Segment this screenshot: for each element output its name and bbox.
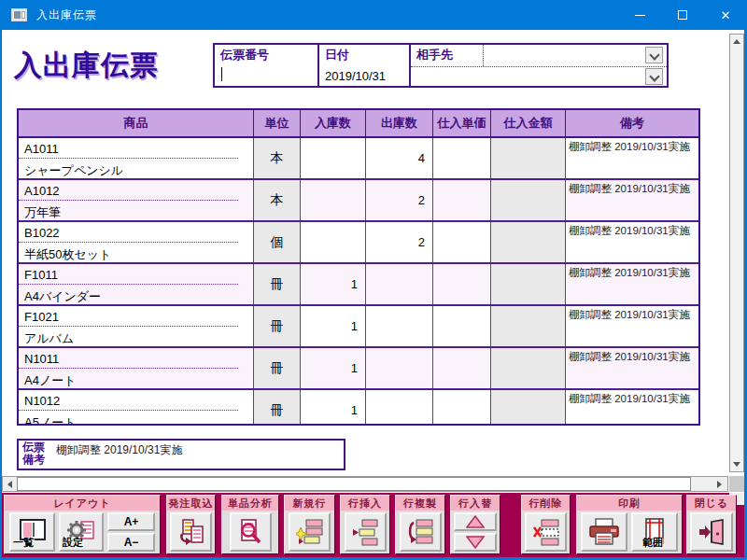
scroll-left-button[interactable]: [3, 477, 17, 491]
date-field[interactable]: 日付 2019/10/31: [319, 45, 411, 86]
remark-field[interactable]: 棚卸調整 2019/10/31実施: [566, 390, 698, 426]
order-import-icon: [177, 518, 205, 546]
partner-combo-top[interactable]: [484, 46, 665, 65]
arrow-right-icon: [717, 481, 722, 488]
product-code-field[interactable]: F1021: [19, 306, 238, 327]
in-qty-field[interactable]: [301, 180, 366, 220]
remark-field[interactable]: 棚卸調整 2019/10/31実施: [566, 306, 698, 346]
scroll-up-button[interactable]: [730, 35, 743, 49]
close-form-button[interactable]: [690, 512, 733, 552]
cost-price-field[interactable]: [433, 306, 491, 346]
remark-field[interactable]: 棚卸調整 2019/10/31実施: [566, 180, 698, 220]
out-qty-field[interactable]: [366, 348, 433, 388]
out-qty-field[interactable]: [366, 306, 433, 346]
remark-field[interactable]: 棚卸調整 2019/10/31実施: [566, 222, 698, 262]
slip-remark-box[interactable]: 伝票 備考 棚卸調整 2019/10/31実施: [17, 439, 345, 470]
minimize-button[interactable]: [618, 0, 661, 30]
product-name-field[interactable]: アルバム: [19, 327, 253, 346]
maximize-button[interactable]: [661, 0, 704, 30]
product-cell: N1011 A4ノート: [19, 348, 254, 388]
product-code-field[interactable]: F1011: [19, 264, 238, 285]
in-qty-field[interactable]: [301, 138, 366, 178]
table-row: N1012 A5ノート 冊 1 棚卸調整 2019/10/31実施: [19, 390, 698, 426]
move-row-up-button[interactable]: [454, 512, 497, 531]
product-code-field[interactable]: B1022: [19, 222, 238, 243]
remark-field[interactable]: 棚卸調整 2019/10/31実施: [566, 264, 698, 304]
delete-row-button[interactable]: [525, 512, 567, 552]
product-code-field[interactable]: N1011: [19, 348, 238, 369]
out-qty-field[interactable]: [366, 264, 433, 304]
magnifier-document-icon: [236, 518, 264, 546]
partner-combo-top-dropdown-button[interactable]: [645, 47, 663, 63]
cost-price-field[interactable]: [433, 264, 491, 304]
product-code-field[interactable]: A1012: [19, 180, 238, 201]
partner-combo-bottom-dropdown-button[interactable]: [645, 68, 663, 85]
product-name-field[interactable]: 半紙50枚セット: [19, 243, 253, 262]
cost-price-field[interactable]: [433, 180, 491, 220]
col-header-out-qty: 出庫数: [366, 110, 433, 136]
font-increase-label: A+: [124, 515, 139, 528]
arrow-down-icon: [733, 462, 740, 467]
product-name-field[interactable]: シャープペンシル: [19, 159, 253, 178]
item-analysis-button[interactable]: [230, 512, 272, 552]
insert-row-button[interactable]: [345, 512, 387, 552]
table-row: A1011 シャープペンシル 本 4 棚卸調整 2019/10/31実施: [19, 138, 698, 180]
unit-field: 個: [254, 222, 301, 262]
out-qty-field[interactable]: [366, 390, 433, 426]
product-name-field[interactable]: A4ノート: [19, 369, 253, 388]
font-increase-button[interactable]: A+: [107, 512, 155, 531]
arrow-left-icon: [7, 481, 12, 488]
new-row-button[interactable]: [289, 512, 331, 552]
unit-field: 本: [254, 180, 301, 220]
vertical-scrollbar[interactable]: [729, 34, 744, 472]
group-order-import: 発注取込: [166, 495, 216, 554]
in-qty-field[interactable]: 1: [301, 390, 366, 426]
product-name-field[interactable]: A4バインダー: [19, 285, 253, 304]
unit-field: 本: [254, 138, 301, 178]
slip-number-field[interactable]: 伝票番号: [215, 45, 319, 86]
in-qty-field[interactable]: 1: [301, 306, 366, 346]
cost-amount-field: [491, 348, 566, 388]
close-button[interactable]: ✕: [704, 0, 747, 30]
out-qty-field[interactable]: 2: [366, 180, 433, 220]
settings-button[interactable]: 設定: [59, 512, 104, 552]
in-qty-field[interactable]: 1: [301, 348, 366, 388]
scroll-right-button[interactable]: [712, 477, 726, 491]
print-range-button[interactable]: 範囲: [631, 512, 678, 552]
product-code-field[interactable]: N1012: [19, 390, 238, 411]
horizontal-scroll-thumb[interactable]: [17, 477, 691, 491]
remark-field[interactable]: 棚卸調整 2019/10/31実施: [566, 138, 698, 178]
group-delete-row: 行削除: [521, 495, 571, 554]
cost-price-field[interactable]: [433, 138, 491, 178]
slip-remark-value[interactable]: 棚卸調整 2019/10/31実施: [56, 442, 182, 458]
move-row-down-button[interactable]: [454, 533, 497, 552]
list-view-button[interactable]: 一覧: [9, 512, 55, 552]
group-new-row-label: 新規行: [285, 496, 334, 511]
group-insert-row-label: 行挿入: [341, 496, 389, 511]
in-qty-field[interactable]: 1: [301, 264, 366, 304]
product-cell: F1011 A4バインダー: [19, 264, 254, 304]
font-decrease-button[interactable]: A−: [107, 533, 155, 552]
product-name-field[interactable]: 万年筆: [19, 201, 253, 220]
col-header-in-qty: 入庫数: [301, 110, 366, 136]
print-button[interactable]: [581, 512, 627, 552]
remark-field[interactable]: 棚卸調整 2019/10/31実施: [566, 348, 698, 388]
cost-price-field[interactable]: [433, 390, 491, 426]
cost-amount-field: [491, 390, 566, 426]
duplicate-row-button[interactable]: [400, 512, 442, 552]
cost-price-field[interactable]: [433, 348, 491, 388]
in-qty-field[interactable]: [301, 222, 366, 262]
partner-combo-bottom[interactable]: [412, 68, 665, 85]
date-value[interactable]: 2019/10/31: [319, 63, 409, 83]
product-name-field[interactable]: A5ノート: [19, 411, 253, 426]
scroll-down-button[interactable]: [730, 457, 743, 471]
cost-price-field[interactable]: [433, 222, 491, 262]
product-code-field[interactable]: A1011: [19, 138, 238, 159]
order-import-button[interactable]: [170, 512, 212, 552]
list-view-caption: 一覧: [13, 536, 34, 550]
out-qty-field[interactable]: 4: [366, 138, 433, 178]
horizontal-scrollbar[interactable]: [2, 476, 728, 492]
slip-number-value[interactable]: [215, 63, 317, 69]
scrollbar-corner: [729, 476, 744, 492]
out-qty-field[interactable]: 2: [366, 222, 433, 262]
